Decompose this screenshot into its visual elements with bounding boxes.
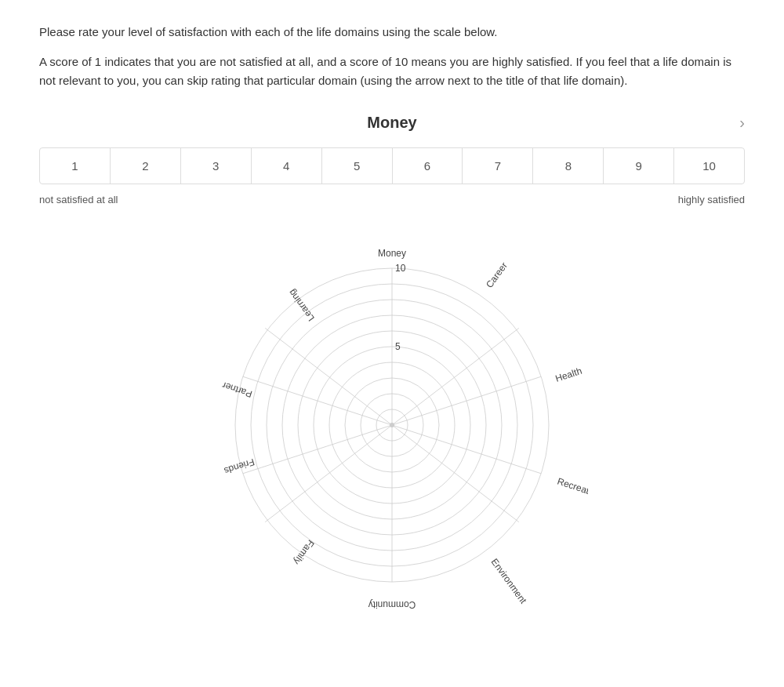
rating-1[interactable]: 1 <box>40 148 111 184</box>
intro-line2: A score of 1 indicates that you are not … <box>39 53 745 90</box>
ring-label-5: 5 <box>395 341 401 352</box>
scale-label-low: not satisfied at all <box>39 194 118 205</box>
intro-line1: Please rate your level of satisfaction w… <box>39 24 745 42</box>
rating-scale: 1 2 3 4 5 6 7 8 9 10 <box>39 147 745 184</box>
rating-4[interactable]: 4 <box>252 148 322 184</box>
domain-header: Money › <box>39 114 745 132</box>
rating-8[interactable]: 8 <box>533 148 604 184</box>
label-community: Community <box>368 599 416 610</box>
radar-chart-container: // This is SVG, not JS — we'll draw inli… <box>39 229 745 621</box>
domain-title: Money <box>367 114 416 132</box>
label-partner: Partner <box>221 380 254 399</box>
label-recreation: Recreation <box>556 475 588 500</box>
rating-3[interactable]: 3 <box>181 148 252 184</box>
rating-6[interactable]: 6 <box>393 148 463 184</box>
svg-point-20 <box>390 423 394 427</box>
rating-5[interactable]: 5 <box>322 148 393 184</box>
svg-line-11 <box>392 328 519 425</box>
rating-10[interactable]: 10 <box>674 148 744 184</box>
next-domain-button[interactable]: › <box>739 114 745 132</box>
rating-9[interactable]: 9 <box>604 148 674 184</box>
scale-label-high: highly satisfied <box>678 194 745 205</box>
label-friends: Friends <box>223 456 256 476</box>
scale-labels: not satisfied at all highly satisfied <box>39 194 745 205</box>
radar-chart: // This is SVG, not JS — we'll draw inli… <box>196 229 588 621</box>
page-container: Please rate your level of satisfaction w… <box>0 0 784 687</box>
svg-line-16 <box>265 425 392 522</box>
label-money: Money <box>378 248 406 259</box>
label-environment: Environment <box>489 556 529 605</box>
svg-line-14 <box>392 425 519 522</box>
label-career: Career <box>484 260 510 289</box>
rating-2[interactable]: 2 <box>111 148 181 184</box>
rating-7[interactable]: 7 <box>463 148 533 184</box>
ring-label-10: 10 <box>395 263 406 274</box>
label-family: Family <box>292 537 317 566</box>
label-health: Health <box>554 365 583 383</box>
svg-line-19 <box>265 328 392 425</box>
